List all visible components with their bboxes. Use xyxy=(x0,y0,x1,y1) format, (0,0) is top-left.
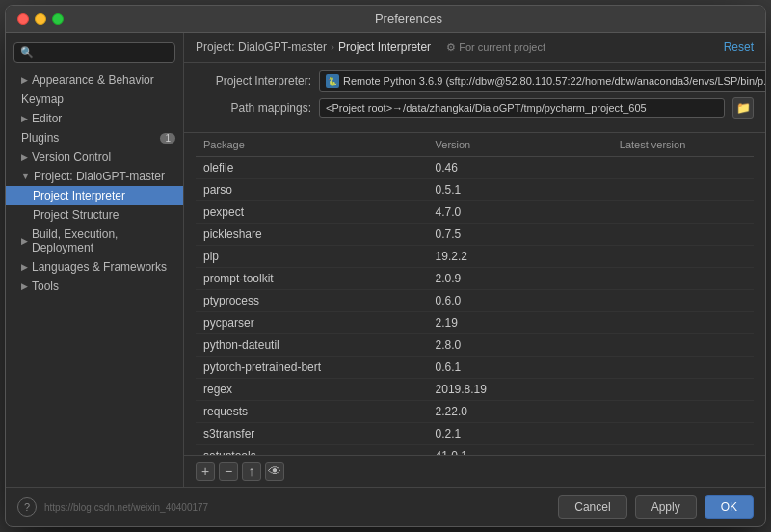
package-name: regex xyxy=(196,379,428,401)
table-row[interactable]: pycparser2.19 xyxy=(196,312,754,334)
python-icon: 🐍 xyxy=(326,74,339,88)
breadcrumb-current: Project Interpreter xyxy=(338,40,431,54)
table-row[interactable]: parso0.5.1 xyxy=(196,179,754,201)
table-header: Package Version Latest version xyxy=(196,133,754,157)
main-content: Project: DialoGPT-master › Project Inter… xyxy=(184,33,765,487)
package-latest-version xyxy=(612,179,754,201)
package-name: pycparser xyxy=(196,312,428,334)
sidebar-item-label: Tools xyxy=(32,279,59,293)
ok-button[interactable]: OK xyxy=(705,495,754,519)
window-title: Preferences xyxy=(64,12,754,26)
search-box[interactable]: 🔍 xyxy=(13,42,175,63)
sidebar-item-project-structure[interactable]: Project Structure xyxy=(6,205,183,225)
close-button[interactable] xyxy=(17,13,29,25)
search-icon: 🔍 xyxy=(20,46,34,59)
minimize-button[interactable] xyxy=(35,13,46,25)
package-name: prompt-toolkit xyxy=(196,268,428,290)
table-toolbar: + − ↑ 👁 xyxy=(184,455,765,487)
package-name: pytorch-pretrained-bert xyxy=(196,357,428,379)
url-hint: https://blog.csdn.net/weixin_40400177 xyxy=(44,502,208,513)
bottom-bar: ? https://blog.csdn.net/weixin_40400177 … xyxy=(6,487,765,526)
sidebar: 🔍 ▶Appearance & BehaviorKeymap▶EditorPlu… xyxy=(6,33,184,487)
package-name: setuptools xyxy=(196,445,428,456)
col-package: Package xyxy=(196,133,428,157)
add-package-button[interactable]: + xyxy=(196,462,215,481)
sidebar-item-label: Project Interpreter xyxy=(33,189,125,202)
sidebar-item-editor[interactable]: ▶Editor xyxy=(6,109,183,128)
sidebar-item-languages[interactable]: ▶Languages & Frameworks xyxy=(6,257,183,277)
table-row[interactable]: pickleshare0.7.5 xyxy=(196,224,754,246)
package-latest-version xyxy=(612,423,754,445)
sidebar-item-tools[interactable]: ▶Tools xyxy=(6,277,183,296)
package-name: requests xyxy=(196,401,428,423)
package-version: 0.46 xyxy=(428,157,612,179)
package-version: 0.2.1 xyxy=(428,423,612,445)
action-buttons: Cancel Apply OK xyxy=(558,495,754,519)
package-table: Package Version Latest version olefile0.… xyxy=(196,133,754,455)
col-latest: Latest version xyxy=(612,133,754,157)
table-row[interactable]: setuptools41.0.1 xyxy=(196,445,754,456)
sidebar-item-label: Project: DialoGPT-master xyxy=(34,170,165,183)
sidebar-item-appearance[interactable]: ▶Appearance & Behavior xyxy=(6,70,183,90)
table-row[interactable]: python-dateutil2.8.0 xyxy=(196,334,754,357)
package-name: pexpect xyxy=(196,201,428,224)
package-name: pickleshare xyxy=(196,224,428,246)
package-latest-version xyxy=(612,379,754,401)
table-row[interactable]: pexpect4.7.0 xyxy=(196,201,754,224)
for-current-icon: ⚙ xyxy=(446,41,456,53)
sidebar-item-label: Languages & Frameworks xyxy=(32,260,167,274)
table-row[interactable]: s3transfer0.2.1 xyxy=(196,423,754,445)
package-version: 2019.8.19 xyxy=(428,379,612,401)
path-mappings-text: <Project root>→/data/zhangkai/DialoGPT/t… xyxy=(326,102,647,114)
sidebar-item-version-control[interactable]: ▶Version Control xyxy=(6,147,183,167)
col-version: Version xyxy=(428,133,612,157)
package-version: 0.7.5 xyxy=(428,224,612,246)
search-input[interactable] xyxy=(38,47,169,59)
table-row[interactable]: ptyprocess0.6.0 xyxy=(196,290,754,312)
table-row[interactable]: olefile0.46 xyxy=(196,157,754,179)
package-version: 2.0.9 xyxy=(428,268,612,290)
sidebar-item-build[interactable]: ▶Build, Execution, Deployment xyxy=(6,225,183,257)
badge: 1 xyxy=(160,133,175,144)
sidebar-item-plugins[interactable]: Plugins1 xyxy=(6,128,183,147)
package-latest-version xyxy=(612,157,754,179)
preferences-window: Preferences 🔍 ▶Appearance & BehaviorKeym… xyxy=(5,5,766,527)
arrow-icon: ▶ xyxy=(21,152,28,162)
table-row[interactable]: regex2019.8.19 xyxy=(196,379,754,401)
sidebar-item-label: Appearance & Behavior xyxy=(32,73,154,87)
table-row[interactable]: prompt-toolkit2.0.9 xyxy=(196,268,754,290)
package-name: s3transfer xyxy=(196,423,428,445)
table-row[interactable]: pip19.2.2 xyxy=(196,246,754,268)
reset-button[interactable]: Reset xyxy=(724,40,754,54)
package-latest-version xyxy=(612,401,754,423)
traffic-lights xyxy=(17,13,64,25)
upgrade-package-button[interactable]: ↑ xyxy=(242,462,261,481)
arrow-icon: ▶ xyxy=(21,236,28,246)
path-mappings-folder-button[interactable]: 📁 xyxy=(732,97,754,119)
package-version: 2.8.0 xyxy=(428,334,612,357)
view-package-button[interactable]: 👁 xyxy=(265,462,284,481)
package-version: 0.6.1 xyxy=(428,357,612,379)
remove-package-button[interactable]: − xyxy=(219,462,238,481)
package-version: 2.19 xyxy=(428,312,612,334)
package-name: ptyprocess xyxy=(196,290,428,312)
package-version: 0.5.1 xyxy=(428,179,612,201)
arrow-icon: ▶ xyxy=(21,281,28,291)
breadcrumb-project: Project: DialoGPT-master xyxy=(196,40,327,54)
sidebar-item-label: Plugins xyxy=(21,131,59,145)
sidebar-item-label: Version Control xyxy=(32,150,111,164)
main-header: Project: DialoGPT-master › Project Inter… xyxy=(184,33,765,63)
cancel-button[interactable]: Cancel xyxy=(558,495,626,519)
maximize-button[interactable] xyxy=(52,13,64,25)
package-latest-version xyxy=(612,268,754,290)
interpreter-text: Remote Python 3.6.9 (sftp://dbw@52.80.11… xyxy=(343,75,765,87)
table-row[interactable]: pytorch-pretrained-bert0.6.1 xyxy=(196,357,754,379)
table-row[interactable]: requests2.22.0 xyxy=(196,401,754,423)
sidebar-item-keymap[interactable]: Keymap xyxy=(6,90,183,109)
package-latest-version xyxy=(612,290,754,312)
apply-button[interactable]: Apply xyxy=(635,495,697,519)
sidebar-item-project-interpreter[interactable]: Project Interpreter xyxy=(6,186,183,205)
help-button[interactable]: ? xyxy=(17,497,37,517)
package-name: parso xyxy=(196,179,428,201)
sidebar-item-project[interactable]: ▼Project: DialoGPT-master xyxy=(6,167,183,186)
